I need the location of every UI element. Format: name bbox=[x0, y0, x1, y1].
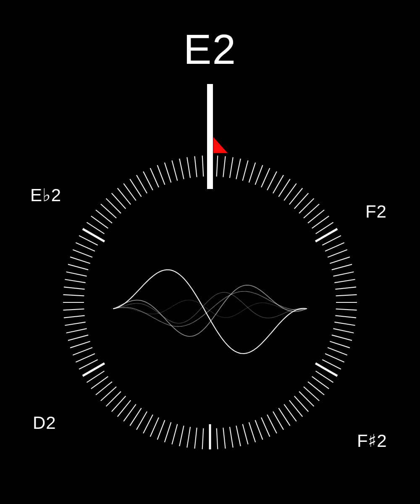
svg-line-28 bbox=[335, 287, 356, 289]
svg-line-86 bbox=[66, 328, 87, 333]
svg-line-1 bbox=[217, 155, 218, 176]
svg-line-92 bbox=[64, 287, 85, 289]
svg-rect-120 bbox=[207, 84, 213, 189]
svg-line-69 bbox=[143, 415, 153, 433]
svg-line-117 bbox=[187, 157, 190, 178]
svg-line-68 bbox=[150, 417, 159, 437]
svg-line-84 bbox=[70, 341, 90, 348]
svg-line-57 bbox=[230, 427, 233, 447]
svg-line-55 bbox=[243, 424, 248, 444]
svg-marker-121 bbox=[213, 137, 228, 153]
svg-line-66 bbox=[165, 422, 171, 442]
svg-line-87 bbox=[65, 322, 85, 326]
neighbor-note-label: E♭2 bbox=[30, 185, 61, 205]
svg-line-98 bbox=[76, 243, 95, 251]
svg-line-59 bbox=[217, 428, 218, 449]
svg-line-65 bbox=[172, 424, 177, 444]
svg-line-50 bbox=[273, 412, 284, 430]
svg-line-23 bbox=[328, 250, 347, 257]
svg-line-96 bbox=[70, 257, 90, 263]
svg-line-119 bbox=[202, 155, 204, 176]
dial-ticks bbox=[63, 155, 357, 449]
svg-line-4 bbox=[236, 159, 240, 179]
svg-line-95 bbox=[68, 264, 88, 270]
svg-line-52 bbox=[261, 417, 270, 437]
svg-line-112 bbox=[150, 168, 159, 187]
svg-line-93 bbox=[65, 279, 85, 283]
svg-line-34 bbox=[333, 328, 354, 333]
svg-line-82 bbox=[76, 354, 95, 362]
svg-line-62 bbox=[194, 428, 197, 449]
neighbor-note-label: F♯2 bbox=[357, 430, 387, 451]
svg-line-89 bbox=[63, 309, 84, 310]
svg-line-32 bbox=[335, 315, 356, 318]
svg-line-115 bbox=[172, 160, 177, 181]
svg-line-22 bbox=[325, 243, 344, 251]
svg-line-8 bbox=[261, 168, 270, 187]
svg-line-33 bbox=[334, 322, 355, 326]
svg-line-51 bbox=[267, 415, 277, 433]
svg-line-7 bbox=[255, 165, 263, 185]
svg-line-61 bbox=[202, 428, 204, 449]
svg-line-116 bbox=[179, 159, 184, 179]
svg-line-58 bbox=[223, 428, 225, 449]
svg-line-10 bbox=[273, 175, 284, 193]
svg-line-111 bbox=[143, 171, 153, 190]
svg-line-24 bbox=[330, 257, 350, 263]
svg-line-31 bbox=[336, 309, 357, 310]
svg-line-118 bbox=[194, 156, 197, 177]
svg-line-110 bbox=[136, 175, 147, 193]
svg-line-36 bbox=[330, 341, 350, 348]
svg-line-67 bbox=[158, 420, 165, 440]
svg-line-54 bbox=[249, 422, 255, 442]
svg-line-53 bbox=[255, 420, 263, 440]
svg-line-9 bbox=[267, 171, 277, 190]
pitch-indicator-icon bbox=[213, 137, 228, 153]
svg-line-88 bbox=[64, 315, 85, 318]
neighbor-note-label: F2 bbox=[365, 202, 387, 222]
svg-line-83 bbox=[73, 348, 92, 355]
svg-line-85 bbox=[68, 335, 88, 341]
svg-line-2 bbox=[223, 156, 225, 177]
svg-line-29 bbox=[336, 295, 357, 296]
svg-line-37 bbox=[328, 348, 347, 355]
svg-line-63 bbox=[187, 427, 190, 447]
waveform-visualizer bbox=[113, 270, 307, 354]
svg-line-26 bbox=[333, 272, 354, 276]
target-note-label: E2 bbox=[184, 25, 236, 74]
svg-line-97 bbox=[73, 250, 92, 257]
svg-line-38 bbox=[325, 354, 344, 362]
svg-line-25 bbox=[332, 264, 352, 270]
svg-line-5 bbox=[243, 160, 248, 181]
svg-line-56 bbox=[236, 425, 240, 446]
svg-line-91 bbox=[63, 295, 84, 296]
svg-line-6 bbox=[249, 163, 255, 183]
svg-line-114 bbox=[165, 163, 171, 183]
svg-line-27 bbox=[334, 279, 355, 283]
svg-line-64 bbox=[179, 425, 184, 446]
svg-line-70 bbox=[136, 412, 147, 430]
neighbor-note-label: D2 bbox=[33, 413, 56, 433]
svg-line-113 bbox=[158, 165, 165, 185]
tuning-needle bbox=[207, 84, 213, 189]
svg-line-35 bbox=[332, 335, 352, 341]
svg-line-3 bbox=[230, 157, 233, 178]
svg-line-94 bbox=[66, 272, 87, 276]
tuner-dial[interactable] bbox=[0, 0, 420, 504]
